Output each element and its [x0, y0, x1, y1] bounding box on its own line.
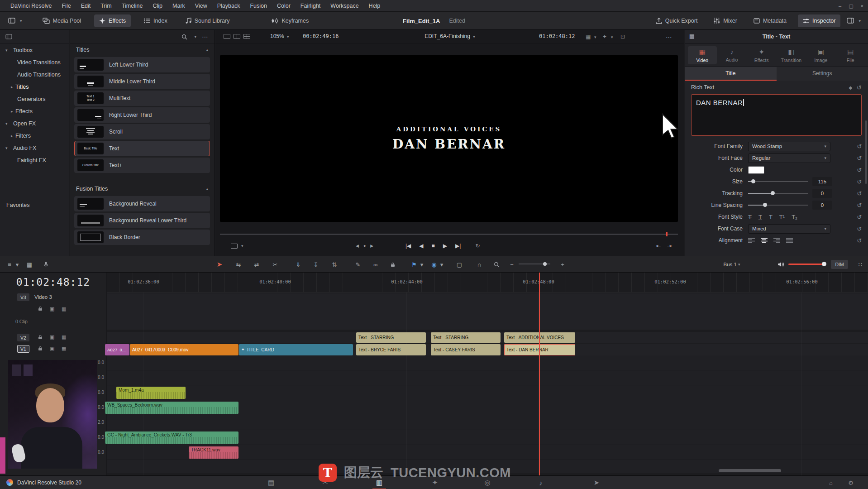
reset-icon[interactable]: ↺	[854, 214, 864, 221]
overwrite-clip-button[interactable]: ↧	[310, 256, 322, 273]
line-spacing-value-input[interactable]: 0	[812, 201, 832, 210]
sidebar-section-toolbox[interactable]: ▾ Toolbox	[0, 44, 69, 56]
blade-tool[interactable]: ✂	[269, 256, 281, 273]
reset-icon[interactable]: ↺	[854, 190, 864, 197]
replace-clip-button[interactable]: ⇅	[329, 256, 340, 273]
tracking-slider[interactable]	[748, 190, 808, 197]
superscript-button[interactable]: T¹	[779, 214, 785, 221]
bin-list-icon[interactable]	[5, 34, 12, 39]
menu-mark[interactable]: Mark	[167, 0, 190, 12]
page-deliver-button[interactable]: ➤	[588, 477, 605, 489]
voiceover-mic-icon[interactable]	[40, 256, 52, 273]
font-face-select[interactable]: Regular▾	[748, 153, 830, 163]
underline-button[interactable]: T	[758, 214, 762, 221]
size-value-input[interactable]: 115	[812, 177, 832, 186]
align-right-button[interactable]	[773, 238, 780, 243]
fusion-titles-section-header[interactable]: Fusion Titles ▴	[70, 183, 215, 195]
menu-help[interactable]: Help	[364, 0, 386, 12]
inspector-tab-transition[interactable]: ◧Transition	[777, 46, 806, 64]
inspector-tab-audio[interactable]: ♪Audio	[718, 46, 747, 64]
bus-selector[interactable]: Bus 1 ▾	[720, 256, 743, 273]
workspace-toggle-button[interactable]: ▾	[5, 14, 26, 27]
search-icon[interactable]	[181, 34, 187, 40]
first-frame-button[interactable]: |◀	[405, 243, 411, 249]
metadata-button[interactable]: Metadata	[749, 14, 792, 27]
align-left-button[interactable]	[748, 238, 755, 243]
inspector-button[interactable]: Inspector	[798, 14, 840, 27]
sidebar-item-titles[interactable]: ▸ Titles	[0, 81, 69, 93]
effects-button[interactable]: Effects	[94, 14, 131, 27]
track-v2-chip[interactable]: V2	[17, 334, 29, 341]
viewer-options-icon[interactable]: ⋯	[666, 34, 672, 41]
text-color-swatch[interactable]	[748, 166, 764, 174]
reset-icon[interactable]: ↺	[854, 225, 864, 232]
goto-out-icon[interactable]: ⇥	[667, 243, 672, 249]
sidebar-item-favorites[interactable]: Favorites	[0, 199, 69, 211]
font-case-select[interactable]: Mixed▾	[748, 224, 830, 234]
auto-select-icon[interactable]: ▣	[50, 345, 54, 351]
track-v3-chip[interactable]: V3	[17, 293, 29, 301]
frame-forward-icon[interactable]: ▶	[370, 244, 373, 248]
timeline-view-options-icon[interactable]: ▢	[453, 256, 465, 273]
timeline-horizontal-scrollbar[interactable]	[719, 469, 781, 472]
track-enable-icon[interactable]: ▦	[62, 306, 66, 312]
page-fairlight-button[interactable]: ♪	[533, 477, 549, 489]
close-button[interactable]: ×	[861, 3, 863, 9]
quick-export-button[interactable]: Quick Export	[651, 14, 703, 27]
inspector-scrollbar[interactable]	[865, 120, 867, 184]
position-lock-icon[interactable]	[387, 256, 399, 273]
last-frame-button[interactable]: ▶|	[455, 243, 461, 249]
mixer-button[interactable]: Mixer	[709, 14, 742, 27]
title-item-multitext[interactable]: Text 1 Text 2 MultiText	[74, 91, 210, 106]
sidebar-section-open-fx[interactable]: ▾ Open FX	[0, 117, 69, 129]
timeline-selector[interactable]: EDIT_6A-Finishing ▾	[215, 33, 684, 39]
menu-fairlight[interactable]: Fairlight	[296, 0, 325, 12]
dim-button[interactable]: DIM	[831, 260, 848, 269]
insert-clip-button[interactable]: ⇓	[292, 256, 304, 273]
viewer-wand-icon[interactable]: ✦	[602, 34, 607, 40]
reset-icon[interactable]: ↺	[854, 178, 864, 185]
timeline-clip[interactable]: A027_0...	[105, 344, 129, 355]
goto-in-icon[interactable]: ⇤	[656, 243, 661, 249]
track-v1-chip[interactable]: V1	[17, 345, 29, 353]
zoom-out-button[interactable]: −	[506, 256, 518, 273]
timeline-clip[interactable]: Text - CASEY FARIS	[431, 344, 501, 355]
menu-color[interactable]: Color	[272, 0, 296, 12]
track-lock-icon[interactable]	[38, 306, 43, 312]
viewer-scale-dropdown[interactable]: ▾	[231, 238, 243, 254]
curve-editor-icon[interactable]: ✎	[352, 256, 364, 273]
link-clips-icon[interactable]: ∞	[370, 256, 382, 273]
maximize-button[interactable]: ▢	[849, 3, 853, 9]
menu-trim[interactable]: Trim	[95, 0, 117, 12]
inspector-tab-effects[interactable]: ✦Effects	[747, 46, 776, 64]
auto-select-icon[interactable]: ▣	[50, 306, 54, 312]
strikethrough-button[interactable]: T	[748, 214, 752, 221]
inspector-tab-image[interactable]: ▣Image	[806, 46, 835, 64]
track-v3-name[interactable]: Video 3	[34, 294, 52, 300]
menu-workspace[interactable]: Workspace	[325, 0, 363, 12]
play-reverse-button[interactable]: ◀	[419, 243, 423, 249]
timeline-clip[interactable]: Text - STARRING	[356, 332, 426, 343]
dynamic-trim-tool[interactable]: ⇄	[251, 256, 262, 273]
timeline-playhead[interactable]	[539, 273, 540, 475]
frame-dot-icon[interactable]: ●	[363, 244, 366, 248]
track-enable-icon[interactable]: ▦	[62, 345, 66, 351]
sidebar-item-effects[interactable]: ▸ Effects	[0, 105, 69, 117]
zoom-tool-icon[interactable]	[491, 256, 502, 273]
sidebar-section-audio-fx[interactable]: ▾ Audio FX	[0, 142, 69, 154]
trim-edit-tool[interactable]: ⇆	[233, 256, 244, 273]
menu-view[interactable]: View	[190, 0, 212, 12]
timeline-clip[interactable]: Text - STARRING	[431, 332, 501, 343]
menu-playback[interactable]: Playback	[212, 0, 245, 12]
rich-text-input[interactable]: DAN BERNAR	[691, 94, 862, 136]
stacked-timelines-icon[interactable]: ▦	[24, 256, 35, 273]
reset-icon[interactable]: ↺	[854, 167, 864, 173]
title-item-text[interactable]: Basic Title Text	[74, 141, 210, 156]
viewer-target-icon[interactable]: ⊡	[620, 34, 625, 40]
audio-clip[interactable]: TRACK11.wav	[189, 446, 238, 459]
reset-icon[interactable]: ↺	[854, 155, 864, 162]
menu-clip[interactable]: Clip	[148, 0, 168, 12]
line-spacing-slider[interactable]	[748, 202, 808, 208]
timeline-clip[interactable]: Text - BRYCE FARIS	[356, 344, 426, 355]
panel-options-icon[interactable]: ⋯	[202, 33, 208, 40]
